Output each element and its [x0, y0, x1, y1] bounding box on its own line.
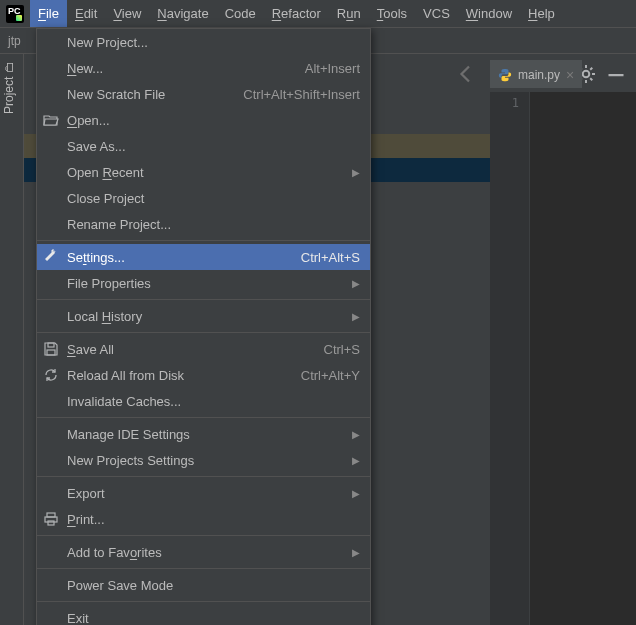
svg-rect-7	[609, 74, 624, 76]
menu-separator	[37, 476, 370, 477]
menu-refactor[interactable]: Refactor	[264, 0, 329, 27]
file-save-all[interactable]: Save AllCtrl+S	[37, 336, 370, 362]
file-add-favorites[interactable]: Add to Favorites▶	[37, 539, 370, 565]
left-tool-rail: Project 🗀	[0, 54, 24, 625]
submenu-arrow-icon: ▶	[352, 455, 360, 466]
save-icon	[43, 341, 59, 357]
menubar: PC File Edit View Navigate Code Refactor…	[0, 0, 636, 28]
menu-separator	[37, 332, 370, 333]
svg-point-6	[583, 71, 590, 78]
pycharm-logo: PC	[0, 0, 30, 27]
file-power-save[interactable]: Power Save Mode	[37, 572, 370, 598]
file-properties[interactable]: File Properties▶	[37, 270, 370, 296]
menu-edit[interactable]: Edit	[67, 0, 105, 27]
svg-rect-8	[48, 343, 54, 347]
menu-code[interactable]: Code	[217, 0, 264, 27]
menu-tools[interactable]: Tools	[369, 0, 415, 27]
menu-separator	[37, 535, 370, 536]
menu-view[interactable]: View	[105, 0, 149, 27]
svg-rect-9	[47, 350, 55, 355]
submenu-arrow-icon: ▶	[352, 488, 360, 499]
menu-separator	[37, 568, 370, 569]
menu-help[interactable]: Help	[520, 0, 563, 27]
file-open[interactable]: Open...	[37, 107, 370, 133]
file-manage-ide[interactable]: Manage IDE Settings▶	[37, 421, 370, 447]
submenu-arrow-icon: ▶	[352, 278, 360, 289]
file-invalidate-caches[interactable]: Invalidate Caches...	[37, 388, 370, 414]
file-menu-dropdown: New Project... New...Alt+Insert New Scra…	[36, 28, 371, 625]
line-number: 1	[490, 92, 529, 110]
wrench-icon	[43, 249, 59, 265]
editor-tab-main-py[interactable]: main.py ×	[490, 60, 582, 88]
file-save-as[interactable]: Save As...	[37, 133, 370, 159]
file-rename-project[interactable]: Rename Project...	[37, 211, 370, 237]
breadcrumb-root[interactable]: jtp	[8, 34, 21, 48]
open-folder-icon	[43, 112, 59, 128]
submenu-arrow-icon: ▶	[352, 429, 360, 440]
menu-separator	[37, 417, 370, 418]
editor-tab-label: main.py	[518, 68, 560, 82]
reload-icon	[43, 367, 59, 383]
file-reload[interactable]: Reload All from DiskCtrl+Alt+Y	[37, 362, 370, 388]
file-exit[interactable]: Exit	[37, 605, 370, 625]
file-new-scratch[interactable]: New Scratch FileCtrl+Alt+Shift+Insert	[37, 81, 370, 107]
submenu-arrow-icon: ▶	[352, 167, 360, 178]
menu-run[interactable]: Run	[329, 0, 369, 27]
submenu-arrow-icon: ▶	[352, 547, 360, 558]
svg-rect-12	[48, 521, 54, 525]
editor-gutter: 1	[490, 92, 530, 625]
file-open-recent[interactable]: Open Recent▶	[37, 159, 370, 185]
menu-window[interactable]: Window	[458, 0, 520, 27]
python-file-icon	[498, 68, 512, 82]
submenu-arrow-icon: ▶	[352, 311, 360, 322]
file-new[interactable]: New...Alt+Insert	[37, 55, 370, 81]
menu-separator	[37, 601, 370, 602]
file-export[interactable]: Export▶	[37, 480, 370, 506]
minimize-button[interactable]	[604, 62, 628, 86]
file-local-history[interactable]: Local History▶	[37, 303, 370, 329]
menu-separator	[37, 240, 370, 241]
file-settings[interactable]: Settings...Ctrl+Alt+S	[37, 244, 370, 270]
file-new-project[interactable]: New Project...	[37, 29, 370, 55]
project-tool-tab[interactable]: Project 🗀	[2, 61, 16, 114]
file-new-proj-settings[interactable]: New Projects Settings▶	[37, 447, 370, 473]
close-icon[interactable]: ×	[566, 67, 574, 83]
file-print[interactable]: Print...	[37, 506, 370, 532]
back-button[interactable]	[454, 62, 478, 86]
editor-code-area[interactable]	[530, 92, 636, 625]
menu-separator	[37, 299, 370, 300]
folder-icon: 🗀	[2, 61, 16, 73]
file-close-project[interactable]: Close Project	[37, 185, 370, 211]
menu-vcs[interactable]: VCS	[415, 0, 458, 27]
menu-navigate[interactable]: Navigate	[149, 0, 216, 27]
menu-file[interactable]: File	[30, 0, 67, 27]
print-icon	[43, 511, 59, 527]
